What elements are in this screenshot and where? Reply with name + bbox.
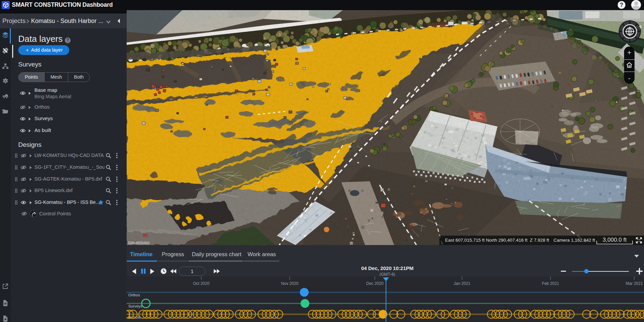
- svg-text:Mar 2021: Mar 2021: [626, 281, 643, 286]
- svg-text:Orthos: Orthos: [128, 293, 140, 297]
- svg-text:Surveys: Surveys: [128, 304, 143, 308]
- svg-text:Oct 2020: Oct 2020: [193, 281, 210, 286]
- svg-text:Nov 2020: Nov 2020: [281, 281, 299, 286]
- svg-text:Dec 2020: Dec 2020: [366, 281, 384, 286]
- svg-text:Jan 2021: Jan 2021: [454, 281, 470, 286]
- svg-text:Feb 2021: Feb 2021: [542, 281, 559, 286]
